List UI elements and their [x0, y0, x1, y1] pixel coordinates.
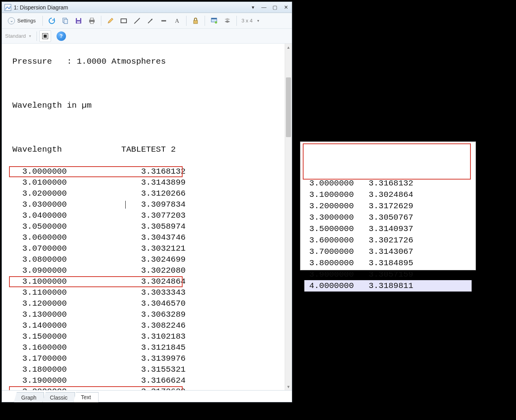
caret-icon[interactable]: ▾	[29, 34, 34, 38]
table-row: 3.2000000 3.3172629	[304, 200, 472, 212]
toolbar-secondary: Standard ▾ ?	[2, 29, 292, 44]
table-row: 3.1100000 3.3033343	[7, 287, 285, 298]
svg-rect-16	[211, 18, 217, 19]
svg-rect-7	[90, 18, 93, 20]
svg-rect-9	[121, 19, 126, 23]
table-row: 3.1800000 3.3155321	[7, 364, 285, 375]
minus-button[interactable]	[158, 15, 170, 27]
copy-button[interactable]	[59, 15, 71, 27]
titlebar[interactable]: 1: Dispersion Diagram ▾ — ▢ ✕	[2, 2, 292, 13]
table-row: 3.1200000 3.3046570	[7, 298, 285, 309]
table-row: 3.6000000 3.3021726	[304, 235, 472, 246]
settings-label: Settings	[17, 18, 36, 24]
svg-text:A: A	[175, 18, 179, 24]
table-row: 3.5000000 3.3140937	[304, 223, 472, 235]
table-row: 3.0700000 3.3032121	[7, 243, 285, 254]
scroll-track[interactable]	[285, 51, 292, 383]
toolbar-main: ⌄ Settings A	[2, 13, 292, 29]
scroll-up-button[interactable]: ▲	[285, 44, 292, 51]
arrow-button[interactable]	[145, 15, 156, 27]
svg-rect-19	[44, 35, 47, 38]
svg-rect-8	[90, 22, 93, 24]
table-row: 3.1400000 3.3082246	[7, 320, 285, 331]
tab-strip: GraphClassicText	[2, 390, 292, 402]
line-button[interactable]	[131, 15, 143, 27]
print-button[interactable]	[86, 15, 98, 27]
text-annotation-button[interactable]: A	[171, 15, 183, 27]
scroll-down-button[interactable]: ▼	[285, 383, 292, 390]
text-output: Pressure : 1.0000 Atmospheres Wavelength…	[2, 44, 285, 390]
svg-rect-5	[77, 21, 80, 23]
separator	[37, 31, 37, 41]
table-row: 3.1300000 3.3063289	[7, 309, 285, 320]
table-row: 3.1900000 3.3166624	[7, 375, 285, 386]
standard-dropdown[interactable]: Standard	[5, 33, 27, 39]
table-row: 3.0500000 3.3058974	[7, 221, 285, 232]
minimize-button[interactable]: —	[260, 4, 267, 11]
table-row: 3.9000000 3.3057159	[304, 269, 472, 280]
settings-button[interactable]: ⌄ Settings	[4, 15, 39, 27]
separator	[101, 16, 101, 26]
dropdown-icon[interactable]: ▾	[249, 4, 256, 11]
window-title: 1: Dispersion Diagram	[14, 4, 247, 11]
separator	[236, 16, 237, 26]
table-row: 3.0800000 3.3024699	[7, 254, 285, 265]
table-row: 3.0000000 3.3168132	[7, 166, 285, 177]
separator	[205, 16, 205, 26]
separator	[186, 16, 187, 26]
svg-rect-2	[64, 19, 68, 24]
pencil-button[interactable]	[104, 15, 116, 27]
table-row: 3.1700000 3.3139976	[7, 353, 285, 364]
dispersion-window: 1: Dispersion Diagram ▾ — ▢ ✕ ⌄ Settings	[2, 2, 292, 402]
window-config-button[interactable]	[208, 15, 220, 27]
table-row: 3.0000000 3.3168132	[304, 178, 472, 189]
app-icon	[4, 4, 11, 11]
table-row: 3.0200000 3.3120266	[7, 188, 285, 199]
frame-toggle-button[interactable]	[39, 30, 51, 42]
units-line: Wavelength in µm	[7, 100, 285, 111]
maximize-button[interactable]: ▢	[271, 4, 278, 11]
tab-classic[interactable]: Classic	[42, 392, 75, 402]
svg-rect-4	[77, 18, 80, 20]
text-cursor	[125, 201, 126, 209]
table-row: 3.1600000 3.3121845	[7, 342, 285, 353]
reference-table-panel: 3.0000000 3.3168132 3.1000000 3.3024864 …	[300, 141, 476, 270]
table-row: 3.1000000 3.3024864	[304, 189, 472, 200]
table-row: 3.7000000 3.3143067	[304, 246, 472, 257]
grid-size-label[interactable]: 3 x 4	[240, 18, 255, 24]
table-row: 3.0900000 3.3022080	[7, 265, 285, 276]
table-row: 4.0000000 3.3189811	[304, 280, 472, 292]
table-row: 3.0600000 3.3043746	[7, 232, 285, 243]
refresh-button[interactable]	[46, 15, 58, 27]
vertical-scrollbar[interactable]: ▲ ▼	[285, 44, 292, 390]
help-button[interactable]: ?	[57, 31, 66, 41]
pressure-line: Pressure : 1.0000 Atmospheres	[7, 56, 285, 67]
chevron-down-icon: ⌄	[8, 17, 15, 24]
svg-line-10	[134, 18, 140, 24]
rectangle-button[interactable]	[118, 15, 130, 27]
table-header: Wavelength TABLETEST 2	[7, 144, 285, 155]
table-row: 3.0300000 3.3097834	[7, 199, 285, 210]
caret-icon[interactable]: ▾	[256, 18, 259, 23]
highlight-box	[303, 143, 471, 180]
tab-graph[interactable]: Graph	[14, 392, 44, 402]
table-row: 3.1500000 3.3102183	[7, 331, 285, 342]
table-row: 3.1000000 3.3024864	[7, 276, 285, 287]
table-row: 3.0100000 3.3143899	[7, 177, 285, 188]
table-row: 3.8000000 3.3184895	[304, 257, 472, 269]
table-row: 3.2000000 3.3172629	[7, 386, 285, 390]
separator	[42, 16, 43, 26]
lock-button[interactable]	[190, 15, 201, 27]
table-row: 3.0400000 3.3077203	[7, 210, 285, 221]
svg-rect-14	[194, 20, 198, 24]
scroll-thumb[interactable]	[286, 77, 291, 137]
close-button[interactable]: ✕	[282, 4, 289, 11]
svg-point-17	[215, 21, 217, 24]
table-row: 3.3000000 3.3050767	[304, 212, 472, 223]
tab-text[interactable]: Text	[73, 392, 99, 402]
layers-button[interactable]	[221, 15, 233, 27]
save-button[interactable]	[73, 15, 84, 27]
